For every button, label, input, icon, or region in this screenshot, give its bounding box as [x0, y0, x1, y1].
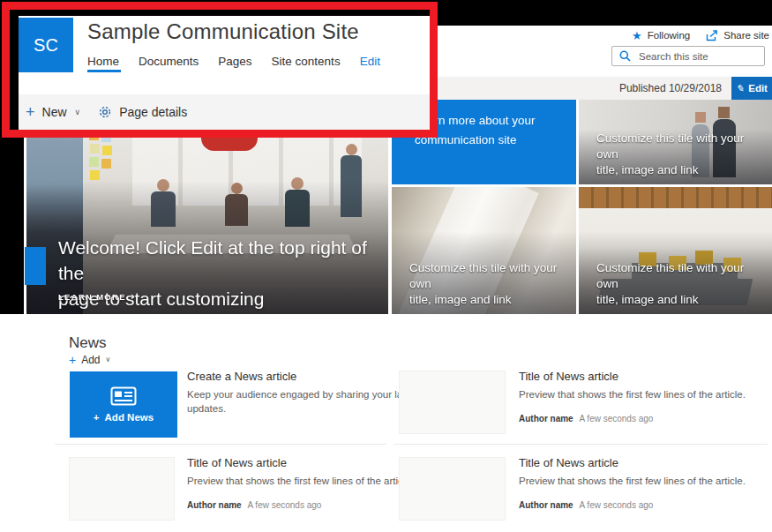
hero-tiles-grid: Learn more about your communication site…: [392, 100, 772, 314]
news-item-preview: Preview that shows the first few lines o…: [519, 387, 772, 401]
news-section-heading: News: [69, 334, 107, 352]
plus-icon: +: [26, 103, 35, 122]
command-bar: + New ∨ Page details: [19, 94, 432, 130]
news-divider: [393, 444, 768, 445]
site-navigation: Home Documents Pages Site contents Edit: [87, 55, 380, 68]
news-divider: [55, 444, 386, 445]
news-item-thumbnail[interactable]: [399, 371, 506, 434]
tile-text-line: communication site: [415, 131, 569, 150]
nav-item-home[interactable]: Home: [87, 55, 119, 68]
tile-text-line: title, image and link: [596, 292, 768, 308]
nav-item-edit[interactable]: Edit: [360, 55, 380, 68]
tile-learn-more-label: Learn more about your communication site: [415, 111, 569, 150]
tile-text-line: Learn more about your: [415, 111, 569, 131]
news-item-time: A few seconds ago: [579, 414, 653, 423]
plus-icon: +: [69, 354, 76, 366]
add-news-label-row: + Add News: [94, 412, 154, 423]
site-title: Sample Communication Site: [87, 19, 359, 44]
chevron-down-icon: ∨: [106, 356, 111, 363]
hero-accent-block: [25, 247, 46, 285]
news-item-preview: Preview that shows the first few lines o…: [519, 474, 772, 488]
add-news-tile-button[interactable]: + Add News: [70, 371, 177, 438]
site-logo-text: SC: [34, 35, 58, 56]
news-item-thumbnail[interactable]: [69, 457, 175, 521]
gear-icon: [98, 105, 112, 119]
news-item-meta: Author name A few seconds ago: [519, 500, 772, 510]
share-site-label: Share site: [723, 30, 769, 41]
news-item-card: Title of News article Preview that shows…: [519, 456, 772, 510]
pencil-icon: ✎: [736, 83, 744, 94]
tile-customize-label: Customize this tile with your own title,…: [596, 260, 768, 308]
news-item-meta: Author name A few seconds ago: [519, 414, 772, 423]
new-button[interactable]: New: [42, 105, 67, 119]
sharepoint-communication-site-page: ★ Following Share site Published 10/29/2…: [0, 0, 772, 532]
news-item-time: A few seconds ago: [579, 500, 653, 510]
search-icon: [619, 50, 631, 62]
news-add-label: Add: [81, 354, 100, 366]
add-news-label: Add News: [105, 412, 154, 423]
following-button[interactable]: ★ Following: [632, 30, 690, 41]
nav-item-pages[interactable]: Pages: [218, 55, 251, 68]
search-input[interactable]: [637, 50, 757, 63]
news-item-thumbnail[interactable]: [399, 457, 506, 521]
news-item-title[interactable]: Title of News article: [519, 456, 772, 469]
learn-more-link[interactable]: LEARN MORE ›: [58, 290, 135, 303]
hero-welcome-line1: Welcome! Click Edit at the top right of …: [58, 235, 376, 286]
tile-text-line: title, image and link: [596, 162, 768, 178]
tile-customize-1[interactable]: Customize this tile with your own title,…: [579, 100, 772, 184]
page-details-button[interactable]: Page details: [119, 105, 187, 119]
header-actions: ★ Following Share site: [565, 28, 769, 42]
edit-page-button[interactable]: ✎ Edit: [731, 77, 772, 100]
edit-button-label: Edit: [748, 83, 768, 94]
tile-text-line: Customize this tile with your own: [409, 260, 576, 292]
news-item-author: Author name: [187, 500, 242, 510]
news-add-button[interactable]: + Add ∨: [69, 354, 110, 366]
site-search-box[interactable]: [611, 46, 765, 66]
tile-text-line: title, image and link: [409, 292, 576, 308]
share-site-button[interactable]: Share site: [706, 30, 769, 41]
site-header-snippet: SC Sample Communication Site Home Docume…: [19, 16, 432, 130]
news-item-title[interactable]: Title of News article: [519, 370, 772, 383]
tile-customize-label: Customize this tile with your own title,…: [596, 131, 768, 178]
news-item-author: Author name: [519, 500, 573, 510]
tile-customize-3[interactable]: Customize this tile with your own title,…: [579, 187, 772, 314]
tile-text-line: Customize this tile with your own: [596, 131, 768, 162]
tile-customize-label: Customize this tile with your own title,…: [409, 260, 576, 308]
news-item-author: Author name: [519, 414, 573, 423]
news-item-time: A few seconds ago: [247, 500, 321, 510]
hero-welcome-tile[interactable]: Welcome! Click Edit at the top right of …: [26, 100, 388, 314]
chevron-down-icon: ∨: [75, 109, 81, 116]
nav-item-documents[interactable]: Documents: [139, 55, 199, 68]
plus-icon: +: [94, 412, 100, 423]
newspaper-icon: [110, 386, 137, 406]
tile-customize-2[interactable]: Customize this tile with your own title,…: [392, 187, 576, 314]
active-nav-underline: [87, 70, 121, 72]
chevron-right-icon: ›: [131, 290, 135, 303]
published-date-label: Published 10/29/2018: [619, 77, 722, 100]
site-logo[interactable]: SC: [19, 18, 73, 72]
tile-text-line: Customize this tile with your own: [596, 260, 768, 292]
share-icon: [706, 30, 718, 41]
nav-item-site-contents[interactable]: Site contents: [272, 55, 341, 68]
star-icon: ★: [632, 30, 642, 41]
following-label: Following: [648, 30, 691, 41]
learn-more-label: LEARN MORE: [58, 292, 126, 302]
news-item-card: Title of News article Preview that shows…: [519, 370, 772, 423]
